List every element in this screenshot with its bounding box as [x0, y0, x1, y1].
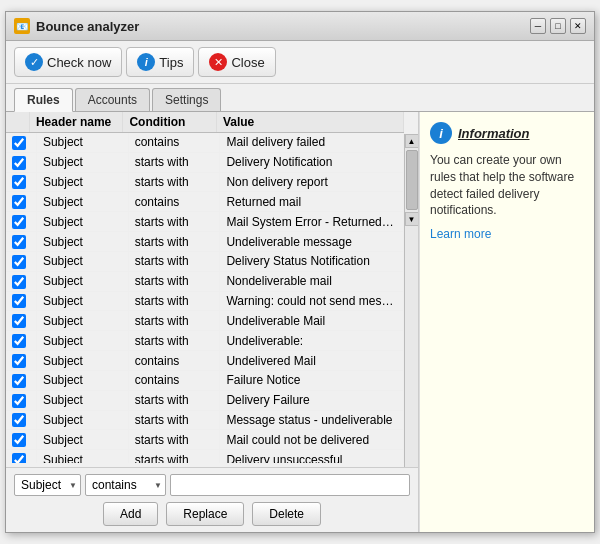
table-row[interactable]: Subject starts with Undeliverable:	[6, 331, 404, 351]
row-checkbox[interactable]	[12, 334, 26, 348]
action-buttons: Add Replace Delete	[14, 502, 410, 526]
condition-select-wrapper: contains starts with ends with equals	[85, 474, 166, 496]
row-header: Subject	[36, 331, 128, 351]
titlebar-controls: ─ □ ✕	[530, 18, 586, 34]
row-condition: starts with	[128, 311, 220, 331]
vertical-scrollbar[interactable]: ▲ ▼	[404, 134, 418, 467]
info-title: Information	[458, 126, 530, 141]
table-row[interactable]: Subject starts with Warning: could not s…	[6, 291, 404, 311]
bottom-controls: Subject From To CC contains starts with …	[6, 467, 418, 532]
row-value: Undeliverable message	[220, 232, 404, 252]
replace-button[interactable]: Replace	[166, 502, 244, 526]
row-value: Mail could not be delivered	[220, 430, 404, 450]
window-title: Bounce analyzer	[36, 19, 139, 34]
row-header: Subject	[36, 390, 128, 410]
row-checkbox[interactable]	[12, 235, 26, 249]
table-row[interactable]: Subject starts with Delivery Failure	[6, 390, 404, 410]
row-checkbox-cell	[6, 311, 36, 331]
row-checkbox[interactable]	[12, 156, 26, 170]
scroll-thumb[interactable]	[406, 150, 418, 210]
table-row[interactable]: Subject starts with Undeliverable messag…	[6, 232, 404, 252]
table-row[interactable]: Subject starts with Message status - und…	[6, 410, 404, 430]
row-checkbox[interactable]	[12, 175, 26, 189]
table-row[interactable]: Subject starts with Delivery Notificatio…	[6, 152, 404, 172]
row-checkbox[interactable]	[12, 275, 26, 289]
row-condition: starts with	[128, 152, 220, 172]
row-value: Delivery Status Notification	[220, 251, 404, 271]
row-value: Mail delivery failed	[220, 133, 404, 152]
row-checkbox-cell	[6, 351, 36, 371]
row-condition: contains	[128, 370, 220, 390]
row-checkbox-cell	[6, 192, 36, 212]
row-checkbox-cell	[6, 212, 36, 232]
table-row[interactable]: Subject contains Mail delivery failed	[6, 133, 404, 152]
row-checkbox[interactable]	[12, 195, 26, 209]
scroll-down-button[interactable]: ▼	[405, 212, 419, 226]
row-condition: contains	[128, 192, 220, 212]
row-value: Undeliverable:	[220, 331, 404, 351]
table-row[interactable]: Subject starts with Undeliverable Mail	[6, 311, 404, 331]
row-value: Delivery Failure	[220, 390, 404, 410]
table-row[interactable]: Subject starts with Non delivery report	[6, 172, 404, 192]
close-window-button[interactable]: ✕	[570, 18, 586, 34]
row-checkbox[interactable]	[12, 374, 26, 388]
close-button[interactable]: ✕ Close	[198, 47, 275, 77]
row-header: Subject	[36, 430, 128, 450]
row-condition: starts with	[128, 430, 220, 450]
scroll-up-button[interactable]: ▲	[405, 134, 419, 148]
row-checkbox[interactable]	[12, 294, 26, 308]
toolbar: ✓ Check now i Tips ✕ Close	[6, 41, 594, 84]
row-checkbox[interactable]	[12, 354, 26, 368]
value-input[interactable]	[170, 474, 410, 496]
learn-more-link[interactable]: Learn more	[430, 227, 584, 241]
row-checkbox-cell	[6, 291, 36, 311]
add-button[interactable]: Add	[103, 502, 158, 526]
info-text: You can create your own rules that help …	[430, 152, 584, 219]
tips-button[interactable]: i Tips	[126, 47, 194, 77]
row-header: Subject	[36, 192, 128, 212]
table-row[interactable]: Subject starts with Nondeliverable mail	[6, 271, 404, 291]
row-header: Subject	[36, 370, 128, 390]
table-row[interactable]: Subject starts with Delivery unsuccessfu…	[6, 450, 404, 463]
tab-rules[interactable]: Rules	[14, 88, 73, 112]
row-checkbox[interactable]	[12, 413, 26, 427]
condition-select[interactable]: contains starts with ends with equals	[85, 474, 166, 496]
rules-table: Subject contains Mail delivery failed Su…	[6, 133, 404, 463]
row-header: Subject	[36, 311, 128, 331]
tab-accounts[interactable]: Accounts	[75, 88, 150, 111]
row-checkbox-cell	[6, 232, 36, 252]
row-checkbox[interactable]	[12, 453, 26, 463]
tabs-bar: Rules Accounts Settings	[6, 84, 594, 112]
tab-settings[interactable]: Settings	[152, 88, 221, 111]
header-select[interactable]: Subject From To CC	[14, 474, 81, 496]
delete-button[interactable]: Delete	[252, 502, 321, 526]
table-row[interactable]: Subject contains Undelivered Mail	[6, 351, 404, 371]
table-row[interactable]: Subject starts with Delivery Status Noti…	[6, 251, 404, 271]
table-row[interactable]: Subject starts with Mail could not be de…	[6, 430, 404, 450]
row-value: Returned mail	[220, 192, 404, 212]
titlebar-left: 📧 Bounce analyzer	[14, 18, 139, 34]
row-checkbox[interactable]	[12, 394, 26, 408]
maximize-button[interactable]: □	[550, 18, 566, 34]
check-now-label: Check now	[47, 55, 111, 70]
row-checkbox[interactable]	[12, 215, 26, 229]
check-now-button[interactable]: ✓ Check now	[14, 47, 122, 77]
row-checkbox[interactable]	[12, 255, 26, 269]
table-scroll[interactable]: Subject contains Mail delivery failed Su…	[6, 133, 418, 463]
row-value: Failure Notice	[220, 370, 404, 390]
table-row[interactable]: Subject contains Returned mail	[6, 192, 404, 212]
main-window: 📧 Bounce analyzer ─ □ ✕ ✓ Check now i Ti…	[5, 11, 595, 533]
row-checkbox[interactable]	[12, 433, 26, 447]
table-row[interactable]: Subject starts with Mail System Error - …	[6, 212, 404, 232]
close-icon: ✕	[209, 53, 227, 71]
row-checkbox[interactable]	[12, 314, 26, 328]
row-checkbox-cell	[6, 450, 36, 463]
main-content: Header name Condition Value Subject cont…	[6, 112, 594, 532]
row-header: Subject	[36, 291, 128, 311]
minimize-button[interactable]: ─	[530, 18, 546, 34]
row-checkbox-cell	[6, 271, 36, 291]
table-row[interactable]: Subject contains Failure Notice	[6, 370, 404, 390]
row-checkbox[interactable]	[12, 136, 26, 150]
row-condition: starts with	[128, 232, 220, 252]
row-value: Non delivery report	[220, 172, 404, 192]
